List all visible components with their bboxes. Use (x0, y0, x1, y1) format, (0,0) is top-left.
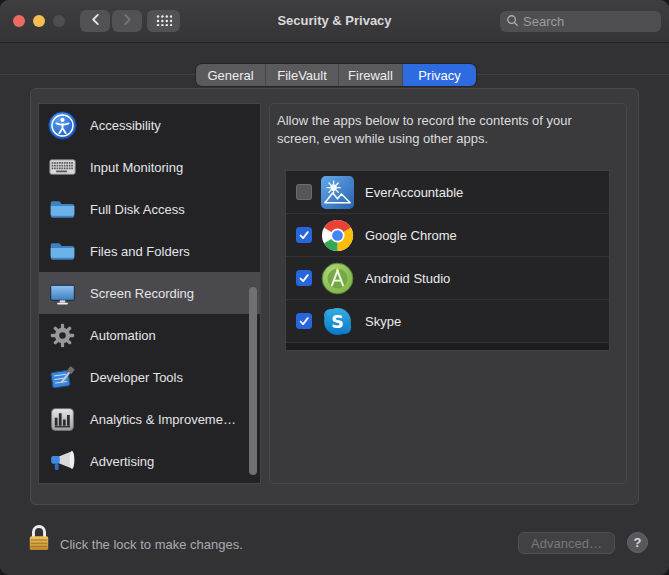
screen-recording-pane: Allow the apps below to record the conte… (269, 103, 627, 484)
help-button[interactable]: ? (627, 532, 648, 553)
sidebar-item-label: Analytics & Improveme… (90, 412, 236, 427)
sidebar-item-accessibility[interactable]: Accessibility (39, 104, 260, 146)
svg-text:S: S (331, 311, 344, 331)
sidebar-items: AccessibilityInput MonitoringFull Disk A… (39, 104, 260, 482)
app-checkbox-unchecked[interactable] (296, 184, 312, 200)
tab-filevault[interactable]: FileVault (266, 64, 339, 86)
app-name: EverAccountable (365, 185, 463, 200)
skype-icon: S (321, 305, 354, 338)
sidebar-scrollbar[interactable] (248, 105, 259, 482)
everaccountable-icon (321, 176, 354, 209)
sidebar-item-developer-tools[interactable]: Developer Tools (39, 356, 260, 398)
folder-icon (48, 237, 77, 266)
search-placeholder: Search (523, 14, 564, 29)
titlebar: Security & Privacy Search (0, 0, 669, 43)
gear-icon (48, 321, 77, 350)
tab-firewall[interactable]: Firewall (339, 64, 403, 86)
android-studio-icon (321, 262, 354, 295)
advanced-button[interactable]: Advanced… (518, 532, 615, 554)
scrollbar-thumb[interactable] (249, 287, 257, 475)
display-icon (48, 279, 77, 308)
app-name: Android Studio (365, 271, 450, 286)
app-checkbox-checked[interactable] (296, 270, 312, 286)
tab-privacy[interactable]: Privacy (403, 64, 476, 86)
sidebar-item-label: Accessibility (90, 118, 161, 133)
tab-general[interactable]: General (196, 64, 266, 86)
app-checkbox-checked[interactable] (296, 313, 312, 329)
search-field[interactable]: Search (500, 11, 661, 32)
developer-tools-icon (48, 363, 77, 392)
security-privacy-window: Security & Privacy Search GeneralFileVau… (0, 0, 669, 575)
sidebar-item-screen-recording[interactable]: Screen Recording (39, 272, 260, 314)
search-icon (506, 13, 519, 31)
pane-description: Allow the apps below to record the conte… (277, 112, 617, 148)
app-name: Skype (365, 314, 401, 329)
sidebar-item-label: Input Monitoring (90, 160, 183, 175)
app-row-skype: SSkype (286, 300, 609, 343)
sidebar-item-files-and-folders[interactable]: Files and Folders (39, 230, 260, 272)
app-row-everaccountable: EverAccountable (286, 171, 609, 214)
app-list: EverAccountableGoogle ChromeAndroid Stud… (285, 170, 610, 351)
sidebar-item-analytics-improveme[interactable]: Analytics & Improveme… (39, 398, 260, 440)
app-row-google-chrome: Google Chrome (286, 214, 609, 257)
tab-bar: GeneralFileVaultFirewallPrivacy (196, 64, 476, 86)
accessibility-icon (48, 111, 77, 140)
bar-chart-icon (48, 405, 77, 434)
sidebar-item-label: Screen Recording (90, 286, 194, 301)
sidebar-item-label: Automation (90, 328, 156, 343)
privacy-category-list: AccessibilityInput MonitoringFull Disk A… (38, 103, 261, 484)
content-panel: AccessibilityInput MonitoringFull Disk A… (30, 88, 639, 505)
sidebar-item-input-monitoring[interactable]: Input Monitoring (39, 146, 260, 188)
app-name: Google Chrome (365, 228, 457, 243)
sidebar-item-label: Developer Tools (90, 370, 183, 385)
lock-hint-text: Click the lock to make changes. (60, 537, 243, 552)
app-row-android-studio: Android Studio (286, 257, 609, 300)
lock-icon[interactable] (27, 521, 51, 555)
folder-icon (48, 195, 77, 224)
sidebar-item-advertising[interactable]: Advertising (39, 440, 260, 482)
app-checkbox-checked[interactable] (296, 227, 312, 243)
chrome-icon (321, 219, 354, 252)
sidebar-item-label: Full Disk Access (90, 202, 185, 217)
megaphone-icon (48, 447, 77, 476)
sidebar-item-label: Files and Folders (90, 244, 190, 259)
sidebar-item-full-disk-access[interactable]: Full Disk Access (39, 188, 260, 230)
sidebar-item-automation[interactable]: Automation (39, 314, 260, 356)
sidebar-item-label: Advertising (90, 454, 154, 469)
keyboard-icon (48, 153, 77, 182)
lock-closed-icon (27, 541, 51, 558)
